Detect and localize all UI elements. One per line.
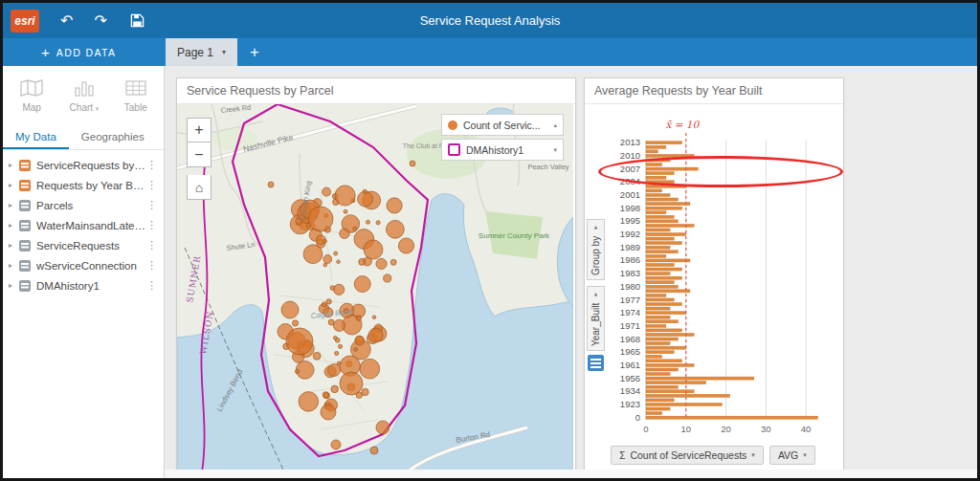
chart-bar[interactable] xyxy=(646,224,694,227)
service-request-symbol[interactable] xyxy=(308,207,333,231)
chart-bar[interactable] xyxy=(646,399,674,402)
chart-bar[interactable] xyxy=(646,373,670,376)
service-request-symbol[interactable] xyxy=(387,198,402,213)
dataset-list-item[interactable]: ▸ ServiceRequests ⋮ xyxy=(3,235,164,255)
chart-bar[interactable] xyxy=(646,363,694,366)
chart-bar[interactable] xyxy=(646,403,722,405)
chart-bar[interactable] xyxy=(646,142,682,144)
chart-bar[interactable] xyxy=(646,351,674,354)
chart-bar[interactable] xyxy=(646,368,678,371)
service-request-symbol[interactable] xyxy=(398,238,413,253)
service-request-symbol[interactable] xyxy=(370,447,378,454)
service-request-symbol[interactable] xyxy=(340,372,363,395)
chart-bar[interactable] xyxy=(646,167,698,170)
chart-bar[interactable] xyxy=(646,154,694,157)
expand-icon[interactable]: ▸ xyxy=(9,281,19,290)
chart-bar[interactable] xyxy=(646,346,686,349)
chart-bar[interactable] xyxy=(646,150,658,153)
redo-button[interactable]: ↷ xyxy=(94,13,106,29)
service-request-symbol[interactable] xyxy=(363,189,367,193)
dataset-list-item[interactable]: ▸ DMAhistory1 ⋮ xyxy=(3,275,164,295)
chart-bar[interactable] xyxy=(646,237,674,240)
service-request-symbol[interactable] xyxy=(337,260,341,264)
chart-bar[interactable] xyxy=(646,273,670,275)
chart-bar[interactable] xyxy=(646,342,670,345)
dataset-options-icon[interactable]: ⋮ xyxy=(146,219,157,231)
canvas-scroll-track[interactable] xyxy=(165,470,977,478)
chart-bar[interactable] xyxy=(646,412,662,415)
chart-bar[interactable] xyxy=(646,207,682,209)
service-request-symbol[interactable] xyxy=(359,258,366,265)
tab-geographies[interactable]: Geographies xyxy=(69,125,157,149)
service-request-symbol[interactable] xyxy=(334,284,345,295)
chart-bar[interactable] xyxy=(646,385,678,388)
dataset-list-item[interactable]: ▸ WaterMainsandLaterals ⋮ xyxy=(3,215,164,235)
chart-bar[interactable] xyxy=(646,229,670,231)
dataset-list-item[interactable]: ▸ wServiceConnection ⋮ xyxy=(3,255,164,275)
service-request-symbol[interactable] xyxy=(335,186,355,206)
chart-bar[interactable] xyxy=(646,233,686,236)
chart-bar[interactable] xyxy=(646,316,670,318)
chart-bar[interactable] xyxy=(646,211,666,214)
service-request-symbol[interactable] xyxy=(376,258,387,269)
service-request-symbol[interactable] xyxy=(338,344,342,348)
service-request-symbol[interactable] xyxy=(331,385,339,393)
table-tool-button[interactable]: Table xyxy=(124,78,147,113)
service-request-symbol[interactable] xyxy=(331,440,341,449)
chart-bar[interactable] xyxy=(646,220,678,223)
chart-bar[interactable] xyxy=(646,338,678,340)
service-request-symbol[interactable] xyxy=(362,388,368,395)
service-request-symbol[interactable] xyxy=(322,302,326,307)
chart-bar[interactable] xyxy=(646,355,662,358)
chart-bar[interactable] xyxy=(646,242,682,245)
chart-bar[interactable] xyxy=(646,251,678,253)
chart-bar[interactable] xyxy=(646,333,694,336)
chart-bar[interactable] xyxy=(646,164,662,166)
legend-item-count[interactable]: Count of Servic... ▴ xyxy=(441,114,564,136)
chart-bar[interactable] xyxy=(646,324,666,327)
tab-my-data[interactable]: My Data xyxy=(3,125,69,149)
chart-bar[interactable] xyxy=(646,176,666,179)
chart-bar[interactable] xyxy=(646,181,674,184)
chart-bar[interactable] xyxy=(646,159,670,162)
service-request-symbol[interactable] xyxy=(321,404,336,420)
service-request-symbol[interactable] xyxy=(353,227,357,230)
service-request-symbol[interactable] xyxy=(355,336,365,345)
chart-bar[interactable] xyxy=(646,394,730,397)
service-request-symbol[interactable] xyxy=(333,319,345,331)
chart-bar[interactable] xyxy=(646,294,666,296)
service-request-symbol[interactable] xyxy=(299,392,319,412)
service-request-symbol[interactable] xyxy=(376,221,380,225)
dataset-options-icon[interactable]: ⋮ xyxy=(146,239,157,251)
dataset-list-item[interactable]: ▸ Parcels ⋮ xyxy=(3,195,164,215)
service-request-symbol[interactable] xyxy=(281,301,299,318)
service-request-symbol[interactable] xyxy=(360,359,380,379)
expand-icon[interactable]: ▸ xyxy=(9,221,19,230)
undo-button[interactable]: ↶ xyxy=(60,13,73,29)
chart-bar[interactable] xyxy=(646,360,682,362)
chart-bar[interactable] xyxy=(646,259,690,262)
expand-icon[interactable]: ▸ xyxy=(9,161,19,169)
chart-bar[interactable] xyxy=(646,298,674,301)
chart-bar[interactable] xyxy=(646,203,690,206)
expand-icon[interactable]: ▸ xyxy=(9,201,19,209)
service-request-symbol[interactable] xyxy=(334,251,338,255)
chart-bar[interactable] xyxy=(646,198,678,201)
statistic-button[interactable]: Σ Count of ServiceRequests ▾ xyxy=(611,446,764,465)
service-request-symbol[interactable] xyxy=(295,369,299,373)
chart-bar[interactable] xyxy=(646,215,674,218)
chart-bar[interactable] xyxy=(646,193,670,196)
chart-bar[interactable] xyxy=(646,377,754,380)
service-request-symbol[interactable] xyxy=(376,421,390,434)
expand-icon[interactable]: ▸ xyxy=(9,181,19,189)
legend-item-dma[interactable]: DMAhistory1 ▾ xyxy=(441,139,564,161)
chart-bar[interactable] xyxy=(646,329,682,332)
service-request-symbol[interactable] xyxy=(333,336,337,339)
service-request-symbol[interactable] xyxy=(372,316,376,319)
sort-button[interactable] xyxy=(588,355,604,371)
chart-bar[interactable] xyxy=(646,145,666,148)
bar-chart[interactable]: 0102030402013201020072004200119981995199… xyxy=(585,104,841,472)
service-request-symbol[interactable] xyxy=(340,229,349,238)
service-request-symbol[interactable] xyxy=(367,220,370,224)
dataset-options-icon[interactable]: ⋮ xyxy=(146,199,157,211)
